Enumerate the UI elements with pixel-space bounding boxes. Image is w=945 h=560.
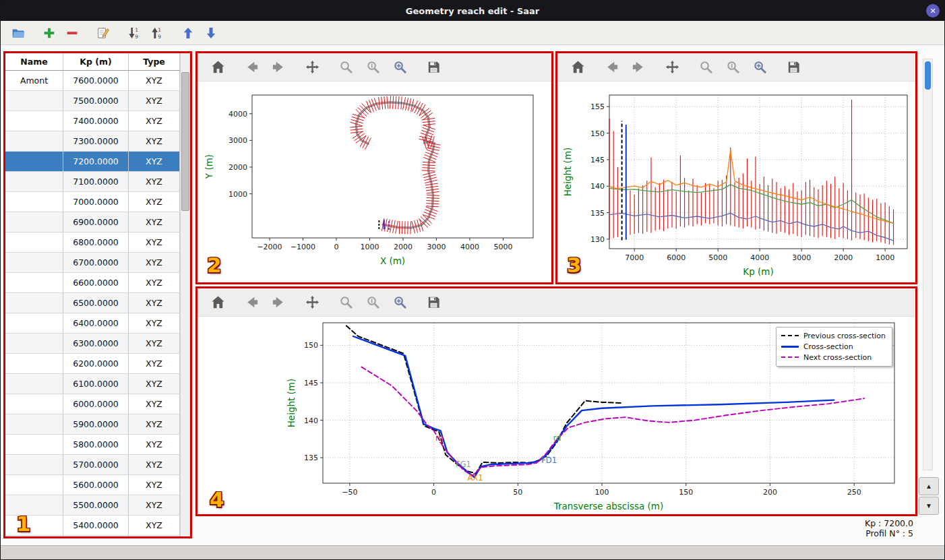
table-row[interactable]: Amont7600.0000XYZ	[5, 71, 180, 91]
table-scrollbar[interactable]	[180, 53, 190, 536]
move-up-button[interactable]	[179, 24, 197, 42]
table-row[interactable]: 7300.0000XYZ	[5, 131, 180, 152]
svg-text:1000: 1000	[876, 253, 894, 262]
move-down-icon	[204, 26, 218, 40]
add-cross-section-button[interactable]	[40, 24, 58, 42]
zoom-button[interactable]	[336, 293, 355, 312]
table-row[interactable]: 6500.0000XYZ	[5, 293, 180, 313]
remove-cross-section-button[interactable]	[63, 24, 81, 42]
table-row[interactable]: 6400.0000XYZ	[5, 313, 180, 334]
forward-button[interactable]	[629, 58, 648, 77]
save-button[interactable]	[784, 58, 803, 77]
back-button[interactable]	[242, 293, 261, 312]
table-row[interactable]: 6100.0000XYZ	[5, 374, 180, 394]
table-row[interactable]: 6700.0000XYZ	[5, 253, 180, 273]
sort-descending-button[interactable]	[148, 24, 166, 42]
zoom-info-button[interactable]	[363, 293, 382, 312]
long-profile-chart[interactable]: 7000600050004000300020001000130135140145…	[557, 82, 915, 282]
svg-text:−1000: −1000	[291, 243, 315, 251]
table-row[interactable]: 7000.0000XYZ	[5, 192, 180, 212]
window-scrollbar-thumb[interactable]	[925, 61, 931, 90]
zoom-select-icon	[392, 294, 408, 310]
profile-previous-button[interactable]: ▲	[919, 477, 939, 495]
svg-text:145: 145	[304, 379, 318, 387]
table-cell	[5, 334, 63, 353]
table-row[interactable]: 6200.0000XYZ	[5, 354, 180, 374]
zoom-icon	[338, 294, 354, 310]
open-file-button[interactable]	[9, 24, 27, 42]
table-cell: 6300.0000	[63, 334, 129, 353]
svg-text:2000: 2000	[228, 163, 247, 172]
table-row[interactable]: 5800.0000XYZ	[5, 435, 180, 455]
zoom-select-button[interactable]	[390, 293, 409, 312]
table-cell: XYZ	[129, 172, 180, 191]
table-row[interactable]: 7100.0000XYZ	[5, 172, 180, 192]
svg-text:200: 200	[763, 488, 777, 497]
table-cell	[5, 192, 63, 212]
title-bar[interactable]: Geometry reach edit - Saar ✕	[1, 1, 944, 21]
table-row[interactable]: 6900.0000XYZ	[5, 212, 180, 232]
svg-text:Height (m): Height (m)	[562, 148, 573, 197]
table-cell: 5700.0000	[63, 455, 129, 474]
pan-button[interactable]	[303, 58, 322, 77]
edit-cross-section-button[interactable]	[94, 24, 112, 42]
table-row[interactable]: 7400.0000XYZ	[5, 111, 180, 131]
previous-line-swatch	[781, 335, 799, 336]
home-icon	[210, 59, 226, 75]
home-button[interactable]	[208, 293, 227, 312]
svg-text:X (m): X (m)	[380, 255, 405, 266]
table-cell: XYZ	[129, 212, 180, 232]
table-cell	[5, 455, 63, 474]
forward-button[interactable]	[269, 293, 288, 312]
svg-text:155: 155	[590, 102, 605, 111]
svg-text:7000: 7000	[625, 253, 644, 262]
column-header[interactable]: Kp (m)	[63, 53, 129, 70]
close-button[interactable]: ✕	[926, 4, 940, 18]
table-row[interactable]: 5500.0000XYZ	[5, 495, 180, 516]
sort-ascending-button[interactable]	[125, 24, 143, 42]
svg-text:2000: 2000	[394, 243, 413, 251]
save-button[interactable]	[424, 293, 443, 312]
home-button[interactable]	[568, 58, 587, 77]
table-cell	[5, 536, 63, 536]
table-row[interactable]: 7500.0000XYZ	[5, 91, 180, 111]
zoom-button[interactable]	[696, 58, 715, 77]
zoom-select-button[interactable]	[390, 58, 409, 77]
profile-next-button[interactable]: ▼	[919, 497, 939, 515]
column-header[interactable]: Type	[129, 53, 180, 70]
table-row[interactable]: 5600.0000XYZ	[5, 475, 180, 495]
table-row[interactable]: 6600.0000XYZ	[5, 273, 180, 293]
pan-button[interactable]	[663, 58, 681, 77]
window-scrollbar[interactable]	[923, 59, 933, 470]
table-scrollbar-thumb[interactable]	[181, 72, 189, 211]
forward-button[interactable]	[269, 58, 288, 77]
table-cell	[5, 414, 63, 434]
plan-view-chart[interactable]: −2000−1000010002000300040005000100020003…	[197, 82, 551, 282]
pan-button[interactable]	[303, 293, 322, 312]
svg-text:100: 100	[595, 488, 609, 497]
table-row[interactable]: 5900.0000XYZ	[5, 414, 180, 435]
chart-legend: Previous cross-section Cross-section Nex…	[776, 327, 892, 367]
back-button[interactable]	[602, 58, 621, 77]
move-down-button[interactable]	[202, 24, 220, 42]
add-cross-section-icon	[42, 26, 56, 40]
table-row[interactable]: 6300.0000XYZ	[5, 334, 180, 354]
zoom-info-button[interactable]	[723, 58, 742, 77]
svg-text:0: 0	[431, 488, 436, 497]
back-button[interactable]	[242, 58, 261, 77]
table-row[interactable]: 6000.0000XYZ	[5, 394, 180, 414]
table-cell	[5, 232, 63, 252]
zoom-select-button[interactable]	[750, 58, 769, 77]
home-button[interactable]	[208, 58, 227, 77]
table-row[interactable]: 5400.0000XYZ	[5, 516, 180, 536]
zoom-button[interactable]	[336, 58, 355, 77]
table-row[interactable]: 7200.0000XYZ	[5, 152, 180, 172]
table-row[interactable]: 5300.0000XYZ	[5, 536, 180, 536]
svg-text:140: 140	[590, 182, 605, 191]
table-row[interactable]: 6800.0000XYZ	[5, 232, 180, 253]
save-button[interactable]	[424, 58, 443, 77]
zoom-info-button[interactable]	[363, 58, 382, 77]
annotation-badge-4: 4	[210, 489, 224, 510]
table-row[interactable]: 5700.0000XYZ	[5, 455, 180, 475]
column-header[interactable]: Name	[5, 53, 63, 70]
